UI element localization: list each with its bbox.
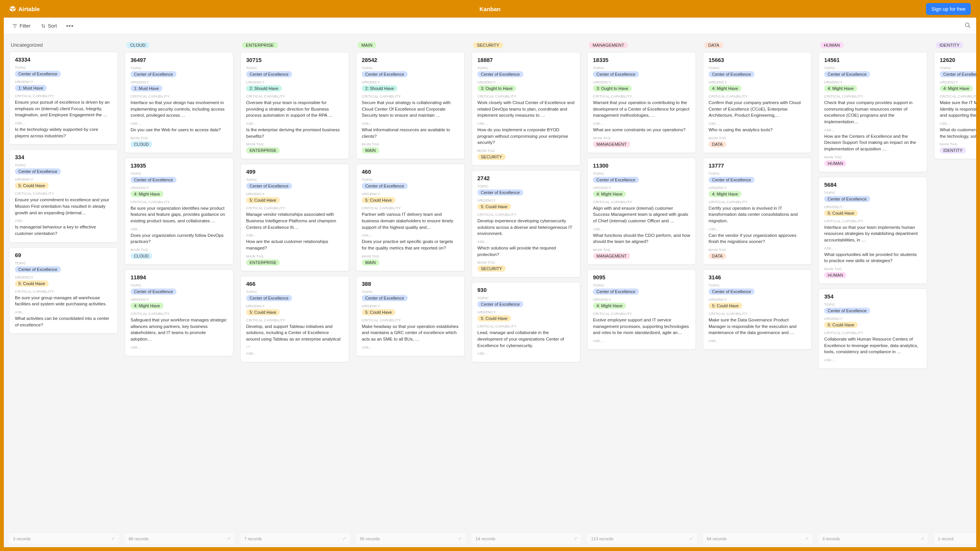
field-text: Who is using the analytics tools? xyxy=(709,127,806,133)
search-button[interactable] xyxy=(965,22,971,29)
chip: 4: Might Have xyxy=(131,191,163,197)
card[interactable]: 14561TOPICCenter of ExcellenceURGENCY4: … xyxy=(818,52,927,172)
expand-icon[interactable]: ⤢ xyxy=(111,536,115,541)
card[interactable]: 354TOPICCenter of ExcellenceURGENCY5: Co… xyxy=(818,289,927,369)
chip: DATA xyxy=(709,253,726,259)
card-list[interactable]: 15663TOPICCenter of ExcellenceURGENCY4: … xyxy=(703,52,812,530)
card[interactable]: 13935TOPICCenter of ExcellenceURGENCY4: … xyxy=(125,158,234,265)
field-text: Check that your company provides support… xyxy=(824,99,921,125)
field-label: ASK… xyxy=(477,240,575,244)
card[interactable]: 11894TOPICCenter of ExcellenceURGENCY4: … xyxy=(125,269,234,356)
card-list[interactable]: 18335TOPICCenter of ExcellenceURGENCY3: … xyxy=(587,52,697,530)
card[interactable]: 388TOPICCenter of ExcellenceURGENCY5: Co… xyxy=(356,276,465,356)
card-list[interactable]: 14561TOPICCenter of ExcellenceURGENCY4: … xyxy=(818,52,928,530)
chip: Center of Excellence xyxy=(362,71,408,77)
card[interactable]: 2742TOPICCenter of ExcellenceURGENCY5: C… xyxy=(472,170,580,277)
column-header[interactable]: SECURITY xyxy=(472,40,581,52)
field-label: CRITICAL CAPABILITY xyxy=(477,213,575,217)
field-label: URGENCY xyxy=(824,205,921,209)
column-header[interactable]: Uncategorized xyxy=(9,40,119,52)
card-list[interactable]: 30715TOPICCenter of ExcellenceURGENCY2: … xyxy=(240,52,350,530)
record-count: 55 records xyxy=(360,536,380,541)
column-header[interactable]: HUMAN xyxy=(818,40,928,52)
card[interactable]: 11300TOPICCenter of ExcellenceURGENCY4: … xyxy=(587,158,696,265)
expand-icon[interactable]: ⤢ xyxy=(227,536,230,541)
field-text: Oversee that your team is responsible fo… xyxy=(246,99,343,119)
card[interactable]: 466TOPICCenter of ExcellenceURGENCY5: Co… xyxy=(240,276,349,363)
card-id: 388 xyxy=(362,281,459,287)
field-text: How are the Centers of Excellence and th… xyxy=(824,133,921,152)
chip: Center of Excellence xyxy=(246,71,292,77)
field-label: ASK… xyxy=(709,122,806,126)
chip: Center of Excellence xyxy=(477,301,523,307)
card[interactable]: 18335TOPICCenter of ExcellenceURGENCY3: … xyxy=(587,52,696,153)
card-list[interactable]: 12620TOPICCenter of ExcellenceURGENCY4: … xyxy=(934,52,976,530)
column-footer: 64 records⤢ xyxy=(703,533,812,544)
chip: SECURITY xyxy=(477,154,506,160)
expand-icon[interactable]: ⤢ xyxy=(805,536,808,541)
search-icon xyxy=(965,22,971,28)
card-id: 499 xyxy=(246,169,343,175)
card[interactable]: 12620TOPICCenter of ExcellenceURGENCY4: … xyxy=(934,52,976,159)
column-tag: MAIN xyxy=(358,42,376,48)
column-header[interactable]: IDENTITY xyxy=(934,40,976,52)
filter-button[interactable]: Filter xyxy=(9,21,34,31)
card[interactable]: 930TOPICCenter of ExcellenceURGENCY5: Co… xyxy=(472,282,580,362)
card[interactable]: 30715TOPICCenter of ExcellenceURGENCY2: … xyxy=(240,52,349,159)
field-label: ASK… xyxy=(246,233,343,237)
column-header[interactable]: ENTERPRISE xyxy=(240,40,350,52)
card[interactable]: 5684TOPICCenter of ExcellenceURGENCY5: C… xyxy=(818,177,927,284)
card[interactable]: 460TOPICCenter of ExcellenceURGENCY5: Co… xyxy=(356,164,465,271)
card[interactable]: 9095TOPICCenter of ExcellenceURGENCY4: M… xyxy=(587,269,696,350)
chip: MANAGEMENT xyxy=(593,253,630,259)
field-label: CRITICAL CAPABILITY xyxy=(593,95,690,98)
column-header[interactable]: MAIN xyxy=(356,40,466,52)
card-list[interactable]: 18887TOPICCenter of ExcellenceURGENCY3: … xyxy=(472,52,581,530)
column-header[interactable]: MANAGEMENT xyxy=(587,40,697,52)
kanban-board[interactable]: Uncategorized43334TOPICCenter of Excelle… xyxy=(4,34,976,547)
expand-icon[interactable]: ⤢ xyxy=(574,536,577,541)
card[interactable]: 3146TOPICCenter of ExcellenceURGENCY5: C… xyxy=(703,269,812,350)
chip: Center of Excellence xyxy=(131,289,176,295)
card-list[interactable]: 28542TOPICCenter of ExcellenceURGENCY2: … xyxy=(356,52,466,530)
field-label: MAIN TAG xyxy=(477,261,575,264)
chip: Center of Excellence xyxy=(362,295,408,301)
chip: CLOUD xyxy=(131,253,152,259)
card[interactable]: 43334TOPICCenter of ExcellenceURGENCY1: … xyxy=(9,52,118,145)
field-label: ASK… xyxy=(15,219,112,223)
card[interactable]: 28542TOPICCenter of ExcellenceURGENCY2: … xyxy=(356,52,465,159)
card[interactable]: 15663TOPICCenter of ExcellenceURGENCY4: … xyxy=(703,52,812,153)
field-label: ASK… xyxy=(593,122,690,126)
card[interactable]: 18887TOPICCenter of ExcellenceURGENCY3: … xyxy=(472,52,580,166)
record-count: 3 records xyxy=(822,536,840,541)
column-header[interactable]: DATA xyxy=(703,40,812,52)
expand-icon[interactable]: ⤢ xyxy=(689,536,693,541)
expand-icon[interactable]: ⤢ xyxy=(458,536,462,541)
card-list[interactable]: 36497TOPICCenter of ExcellenceURGENCY1: … xyxy=(125,52,234,530)
signup-button[interactable]: Sign up for free xyxy=(926,3,971,15)
card[interactable]: 499TOPICCenter of ExcellenceURGENCY5: Co… xyxy=(240,164,349,271)
expand-icon[interactable]: ⤢ xyxy=(343,536,346,541)
expand-icon[interactable]: ⤢ xyxy=(921,536,924,541)
card-id: 18887 xyxy=(477,57,575,63)
card[interactable]: 69TOPICCenter of ExcellenceURGENCY5: Cou… xyxy=(9,247,118,334)
chip: MAIN xyxy=(362,147,379,153)
card-list[interactable]: 43334TOPICCenter of ExcellenceURGENCY1: … xyxy=(9,52,119,530)
logo[interactable]: Airtable xyxy=(9,5,40,12)
field-label: MAIN TAG xyxy=(593,248,690,252)
field-label: ASK… xyxy=(15,121,112,125)
card[interactable]: 36497TOPICCenter of ExcellenceURGENCY1: … xyxy=(125,52,234,153)
sort-button[interactable]: Sort xyxy=(38,21,60,31)
more-menu[interactable]: ••• xyxy=(64,21,76,31)
field-label: MAIN TAG xyxy=(362,142,459,146)
card[interactable]: 334TOPICCenter of ExcellenceURGENCY5: Co… xyxy=(9,149,118,242)
field-label: ASK… xyxy=(593,339,690,343)
field-label: URGENCY xyxy=(131,298,228,302)
column-footer: 1 record⤢ xyxy=(934,533,976,544)
card[interactable]: 13777TOPICCenter of ExcellenceURGENCY4: … xyxy=(703,158,812,265)
card-id: 354 xyxy=(824,293,921,300)
column-identity: IDENTITY12620TOPICCenter of ExcellenceUR… xyxy=(934,40,976,544)
field-label: TOPIC xyxy=(477,66,575,70)
field-label: ASK… xyxy=(709,227,806,231)
column-header[interactable]: CLOUD xyxy=(125,40,234,52)
